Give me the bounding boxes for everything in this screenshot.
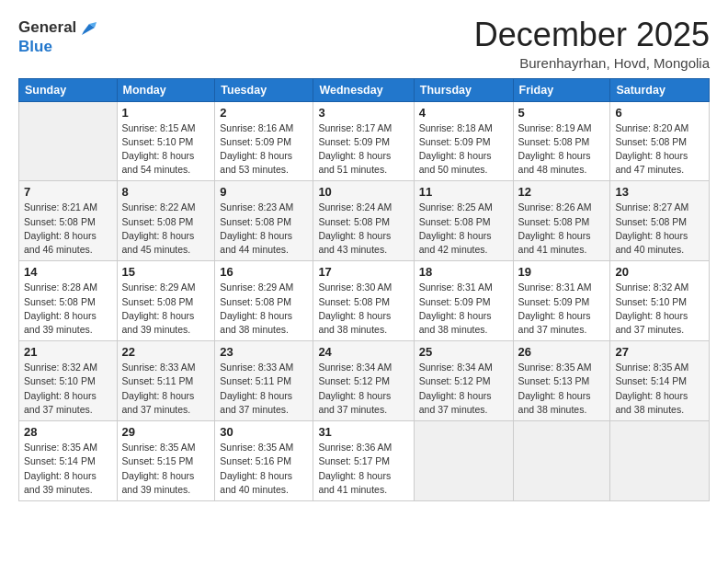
calendar-cell: 1Sunrise: 8:15 AM Sunset: 5:10 PM Daylig… bbox=[117, 101, 215, 181]
logo-text: General Blue bbox=[18, 17, 98, 56]
calendar-cell: 30Sunrise: 8:35 AM Sunset: 5:16 PM Dayli… bbox=[215, 421, 313, 501]
header-day-saturday: Saturday bbox=[610, 78, 710, 101]
calendar-week-row: 7Sunrise: 8:21 AM Sunset: 5:08 PM Daylig… bbox=[19, 181, 710, 261]
day-info: Sunrise: 8:31 AM Sunset: 5:09 PM Dayligh… bbox=[419, 281, 508, 337]
day-info: Sunrise: 8:32 AM Sunset: 5:10 PM Dayligh… bbox=[24, 361, 112, 417]
day-info: Sunrise: 8:30 AM Sunset: 5:08 PM Dayligh… bbox=[318, 281, 408, 337]
day-info: Sunrise: 8:20 AM Sunset: 5:08 PM Dayligh… bbox=[615, 121, 704, 178]
day-info: Sunrise: 8:34 AM Sunset: 5:12 PM Dayligh… bbox=[318, 361, 408, 417]
day-number: 27 bbox=[615, 345, 704, 359]
calendar-cell: 19Sunrise: 8:31 AM Sunset: 5:09 PM Dayli… bbox=[513, 261, 610, 341]
day-number: 22 bbox=[122, 345, 210, 359]
calendar-table: SundayMondayTuesdayWednesdayThursdayFrid… bbox=[18, 78, 710, 501]
calendar-week-row: 1Sunrise: 8:15 AM Sunset: 5:10 PM Daylig… bbox=[19, 101, 710, 181]
day-number: 1 bbox=[122, 106, 210, 120]
calendar-cell: 13Sunrise: 8:27 AM Sunset: 5:08 PM Dayli… bbox=[610, 181, 710, 261]
day-number: 6 bbox=[615, 106, 704, 120]
day-info: Sunrise: 8:24 AM Sunset: 5:08 PM Dayligh… bbox=[318, 201, 408, 257]
logo-area: General Blue bbox=[18, 17, 98, 56]
calendar-cell bbox=[414, 421, 513, 501]
calendar-cell: 29Sunrise: 8:35 AM Sunset: 5:15 PM Dayli… bbox=[117, 421, 215, 501]
day-number: 26 bbox=[518, 345, 606, 359]
calendar-cell: 27Sunrise: 8:35 AM Sunset: 5:14 PM Dayli… bbox=[610, 341, 710, 421]
calendar-cell: 20Sunrise: 8:32 AM Sunset: 5:10 PM Dayli… bbox=[610, 261, 710, 341]
day-number: 11 bbox=[419, 185, 508, 199]
header-day-sunday: Sunday bbox=[19, 78, 118, 101]
day-info: Sunrise: 8:33 AM Sunset: 5:11 PM Dayligh… bbox=[122, 361, 210, 417]
day-info: Sunrise: 8:17 AM Sunset: 5:09 PM Dayligh… bbox=[318, 121, 408, 178]
day-number: 15 bbox=[122, 265, 210, 279]
day-info: Sunrise: 8:21 AM Sunset: 5:08 PM Dayligh… bbox=[24, 201, 112, 257]
logo-icon bbox=[78, 18, 98, 39]
calendar-cell: 5Sunrise: 8:19 AM Sunset: 5:08 PM Daylig… bbox=[513, 101, 610, 181]
calendar-cell: 24Sunrise: 8:34 AM Sunset: 5:12 PM Dayli… bbox=[313, 341, 414, 421]
day-info: Sunrise: 8:35 AM Sunset: 5:16 PM Dayligh… bbox=[220, 441, 308, 497]
day-info: Sunrise: 8:36 AM Sunset: 5:17 PM Dayligh… bbox=[318, 441, 408, 497]
calendar-cell: 14Sunrise: 8:28 AM Sunset: 5:08 PM Dayli… bbox=[19, 261, 118, 341]
calendar-header-row: SundayMondayTuesdayWednesdayThursdayFrid… bbox=[19, 78, 710, 101]
day-info: Sunrise: 8:23 AM Sunset: 5:08 PM Dayligh… bbox=[220, 201, 308, 257]
header-day-wednesday: Wednesday bbox=[313, 78, 414, 101]
calendar-cell: 2Sunrise: 8:16 AM Sunset: 5:09 PM Daylig… bbox=[215, 101, 313, 181]
calendar-cell: 6Sunrise: 8:20 AM Sunset: 5:08 PM Daylig… bbox=[610, 101, 710, 181]
header: General Blue December 2025 Burenhayrhan,… bbox=[18, 17, 710, 71]
day-number: 18 bbox=[419, 265, 508, 279]
calendar-cell: 31Sunrise: 8:36 AM Sunset: 5:17 PM Dayli… bbox=[313, 421, 414, 501]
day-number: 2 bbox=[220, 106, 308, 120]
calendar-cell: 12Sunrise: 8:26 AM Sunset: 5:08 PM Dayli… bbox=[513, 181, 610, 261]
day-number: 10 bbox=[318, 185, 408, 199]
calendar-week-row: 28Sunrise: 8:35 AM Sunset: 5:14 PM Dayli… bbox=[19, 421, 710, 501]
calendar-cell: 8Sunrise: 8:22 AM Sunset: 5:08 PM Daylig… bbox=[117, 181, 215, 261]
calendar-cell bbox=[610, 421, 710, 501]
calendar-cell: 10Sunrise: 8:24 AM Sunset: 5:08 PM Dayli… bbox=[313, 181, 414, 261]
calendar-cell: 26Sunrise: 8:35 AM Sunset: 5:13 PM Dayli… bbox=[513, 341, 610, 421]
day-info: Sunrise: 8:35 AM Sunset: 5:14 PM Dayligh… bbox=[24, 441, 112, 497]
day-info: Sunrise: 8:25 AM Sunset: 5:08 PM Dayligh… bbox=[419, 201, 508, 257]
day-number: 21 bbox=[24, 345, 112, 359]
day-number: 19 bbox=[518, 265, 606, 279]
header-day-tuesday: Tuesday bbox=[215, 78, 313, 101]
day-info: Sunrise: 8:32 AM Sunset: 5:10 PM Dayligh… bbox=[615, 281, 704, 337]
day-number: 28 bbox=[24, 425, 112, 439]
calendar-cell bbox=[19, 101, 118, 181]
day-info: Sunrise: 8:15 AM Sunset: 5:10 PM Dayligh… bbox=[122, 121, 210, 178]
day-number: 7 bbox=[24, 185, 112, 199]
day-number: 4 bbox=[419, 106, 508, 120]
calendar-cell: 28Sunrise: 8:35 AM Sunset: 5:14 PM Dayli… bbox=[19, 421, 118, 501]
day-info: Sunrise: 8:35 AM Sunset: 5:13 PM Dayligh… bbox=[518, 361, 606, 417]
day-number: 12 bbox=[518, 185, 606, 199]
calendar-cell: 21Sunrise: 8:32 AM Sunset: 5:10 PM Dayli… bbox=[19, 341, 118, 421]
day-info: Sunrise: 8:33 AM Sunset: 5:11 PM Dayligh… bbox=[220, 361, 308, 417]
logo-general: General bbox=[18, 19, 76, 37]
day-number: 5 bbox=[518, 106, 606, 120]
day-info: Sunrise: 8:34 AM Sunset: 5:12 PM Dayligh… bbox=[419, 361, 508, 417]
day-number: 14 bbox=[24, 265, 112, 279]
day-number: 24 bbox=[318, 345, 408, 359]
day-info: Sunrise: 8:22 AM Sunset: 5:08 PM Dayligh… bbox=[122, 201, 210, 257]
calendar-cell: 25Sunrise: 8:34 AM Sunset: 5:12 PM Dayli… bbox=[414, 341, 513, 421]
day-number: 20 bbox=[615, 265, 704, 279]
day-info: Sunrise: 8:31 AM Sunset: 5:09 PM Dayligh… bbox=[518, 281, 606, 337]
title-area: December 2025 Burenhayrhan, Hovd, Mongol… bbox=[474, 17, 710, 71]
day-number: 9 bbox=[220, 185, 308, 199]
page: General Blue December 2025 Burenhayrhan,… bbox=[0, 0, 728, 563]
calendar-cell: 23Sunrise: 8:33 AM Sunset: 5:11 PM Dayli… bbox=[215, 341, 313, 421]
calendar-week-row: 21Sunrise: 8:32 AM Sunset: 5:10 PM Dayli… bbox=[19, 341, 710, 421]
calendar-cell: 9Sunrise: 8:23 AM Sunset: 5:08 PM Daylig… bbox=[215, 181, 313, 261]
location-title: Burenhayrhan, Hovd, Mongolia bbox=[474, 55, 710, 71]
day-number: 25 bbox=[419, 345, 508, 359]
calendar-cell: 17Sunrise: 8:30 AM Sunset: 5:08 PM Dayli… bbox=[313, 261, 414, 341]
calendar-cell: 15Sunrise: 8:29 AM Sunset: 5:08 PM Dayli… bbox=[117, 261, 215, 341]
calendar-cell: 18Sunrise: 8:31 AM Sunset: 5:09 PM Dayli… bbox=[414, 261, 513, 341]
header-day-friday: Friday bbox=[513, 78, 610, 101]
logo-blue: Blue bbox=[18, 39, 98, 56]
day-number: 29 bbox=[122, 425, 210, 439]
day-info: Sunrise: 8:18 AM Sunset: 5:09 PM Dayligh… bbox=[419, 121, 508, 178]
day-info: Sunrise: 8:29 AM Sunset: 5:08 PM Dayligh… bbox=[122, 281, 210, 337]
calendar-cell: 22Sunrise: 8:33 AM Sunset: 5:11 PM Dayli… bbox=[117, 341, 215, 421]
month-title: December 2025 bbox=[474, 17, 710, 53]
calendar-cell: 4Sunrise: 8:18 AM Sunset: 5:09 PM Daylig… bbox=[414, 101, 513, 181]
day-info: Sunrise: 8:19 AM Sunset: 5:08 PM Dayligh… bbox=[518, 121, 606, 178]
header-day-monday: Monday bbox=[117, 78, 215, 101]
day-number: 23 bbox=[220, 345, 308, 359]
